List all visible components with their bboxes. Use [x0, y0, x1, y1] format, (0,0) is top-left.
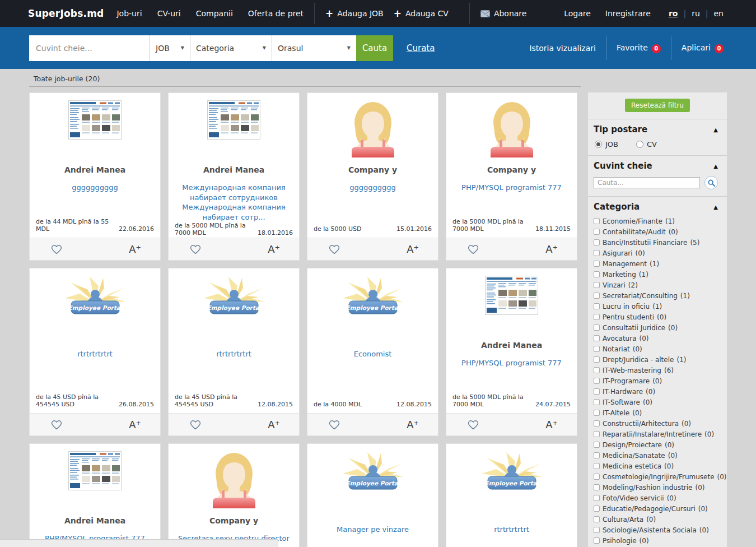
job-card[interactable]: Andrei Manea Международная компания наби…	[168, 92, 300, 261]
post-type-radio-option[interactable]: JOB	[595, 140, 618, 149]
category-checkbox[interactable]	[594, 442, 600, 448]
category-filter-item[interactable]: IT-Altele 0	[594, 407, 718, 418]
job-card-title-link[interactable]: rtrtrtrtrtrt	[77, 349, 113, 359]
category-filter-item[interactable]: Consultatii Juridice 0	[594, 322, 718, 333]
site-logo[interactable]: SuperJobs.md	[28, 8, 104, 19]
job-card-title-link[interactable]: Economist	[354, 349, 392, 359]
category-checkbox[interactable]	[594, 420, 600, 427]
category-filter-item[interactable]: Lucru in oficiu 1	[594, 301, 718, 312]
job-card-title-link[interactable]: gggggggggg	[349, 183, 396, 193]
collapse-arrow-icon[interactable]: ▲	[713, 163, 718, 169]
category-filter-item[interactable]: Foto/Video servicii 0	[594, 493, 718, 503]
category-filter-item[interactable]: IT-Web-mastering 6	[594, 365, 718, 376]
add-cv-button[interactable]: + Adauga CV	[394, 9, 449, 18]
apply-a-plus-icon[interactable]: A⁺	[407, 420, 419, 430]
collapse-arrow-icon[interactable]: ▲	[713, 204, 718, 210]
category-select[interactable]: Categoria ▼	[190, 35, 272, 61]
apply-a-plus-icon[interactable]: A⁺	[545, 420, 558, 430]
category-checkbox[interactable]	[594, 218, 600, 224]
job-card-title-link[interactable]: rtrtrtrtrtrt	[216, 349, 251, 359]
category-checkbox[interactable]	[594, 293, 600, 299]
category-checkbox[interactable]	[594, 474, 600, 480]
applications-link[interactable]: Aplicari0	[682, 43, 724, 53]
radio-icon[interactable]	[636, 141, 643, 148]
apply-a-plus-icon[interactable]: A⁺	[129, 420, 141, 430]
sidebar-search-button[interactable]	[704, 176, 718, 189]
favorite-heart-icon[interactable]	[329, 244, 340, 254]
nav-link[interactable]: Oferta de pret	[248, 9, 304, 18]
category-filter-item[interactable]: Drept/Juridica - altele 1	[594, 354, 718, 365]
category-checkbox[interactable]	[594, 516, 600, 522]
job-card-title-link[interactable]: PHP/MYSQL programist 777	[461, 358, 562, 368]
category-filter-item[interactable]: Vinzari 2	[594, 280, 718, 290]
favorites-link[interactable]: Favorite0	[617, 43, 661, 53]
reset-filters-button[interactable]: Resetează filtru	[625, 99, 690, 112]
language-link[interactable]: ru	[692, 9, 700, 18]
category-filter-item[interactable]: IT-Software 0	[594, 397, 718, 407]
category-checkbox[interactable]	[594, 367, 600, 373]
category-checkbox[interactable]	[594, 314, 600, 320]
category-checkbox[interactable]	[594, 463, 600, 469]
apply-a-plus-icon[interactable]: A⁺	[268, 420, 280, 430]
category-checkbox[interactable]	[594, 495, 600, 501]
category-filter-item[interactable]: IT-Hardware 0	[594, 386, 718, 397]
category-filter-item[interactable]: Management 1	[594, 258, 718, 269]
category-filter-item[interactable]: Cosmetologie/Ingrijire/Frumusete 0	[594, 471, 718, 482]
category-checkbox[interactable]	[594, 229, 600, 235]
language-link[interactable]: en	[714, 9, 724, 18]
job-card[interactable]: Employee Portal rtrtrtrtrtrt	[446, 443, 577, 547]
category-filter-item[interactable]: Avocatura 0	[594, 333, 718, 344]
category-checkbox[interactable]	[594, 378, 600, 384]
apply-a-plus-icon[interactable]: A⁺	[268, 244, 280, 254]
job-card[interactable]: Employee Portal Economist de la 4000 MDL…	[307, 268, 438, 436]
add-job-button[interactable]: + Adauga JOB	[325, 9, 384, 18]
job-card[interactable]: Company y Secretara sexy pentru director…	[168, 443, 300, 547]
category-filter-item[interactable]: Notariat 0	[594, 344, 718, 354]
category-checkbox[interactable]	[594, 452, 600, 458]
nav-link[interactable]: Job-uri	[116, 9, 142, 18]
login-link[interactable]: Logare	[564, 9, 591, 18]
sidebar-keyword-input[interactable]	[594, 177, 700, 188]
job-card[interactable]: Andrei Manea gggggggggg de la 44 MDL pîn…	[29, 92, 161, 261]
job-card-title-link[interactable]: rtrtrtrtrtrt	[494, 525, 529, 535]
subscribe-button[interactable]: Abonare	[480, 9, 527, 18]
category-checkbox[interactable]	[594, 303, 600, 309]
category-checkbox[interactable]	[594, 537, 600, 544]
category-checkbox[interactable]	[594, 356, 600, 363]
category-checkbox[interactable]	[594, 250, 600, 256]
category-filter-item[interactable]: Medicina/Sanatate 0	[594, 450, 718, 461]
category-checkbox[interactable]	[594, 261, 600, 267]
category-filter-item[interactable]: Economie/Finante 1	[594, 216, 718, 226]
job-card[interactable]: Company y gggggggggg de la 5000 USD 15.0…	[307, 92, 438, 261]
search-button[interactable]: Cauta	[356, 35, 393, 61]
radio-icon[interactable]	[595, 141, 602, 148]
category-filter-item[interactable]: Cultura/Arta 0	[594, 514, 718, 525]
job-card[interactable]: Employee Portal rtrtrtrtrtrt de la 45 US…	[168, 268, 300, 436]
favorite-heart-icon[interactable]	[468, 244, 479, 254]
apply-a-plus-icon[interactable]: A⁺	[129, 244, 141, 254]
post-type-radio-option[interactable]: CV	[636, 140, 657, 149]
category-checkbox[interactable]	[594, 410, 600, 416]
job-card[interactable]: Andrei Manea PHP/MYSQL programist 777 A⁺	[29, 443, 161, 547]
category-filter-item[interactable]: Reparatii/Instalare/Intretinere 0	[594, 429, 718, 439]
language-link-active[interactable]: ro	[669, 9, 678, 18]
category-filter-item[interactable]: Banci/Institutii Financiare 5	[594, 237, 718, 248]
category-checkbox[interactable]	[594, 431, 600, 437]
category-filter-item[interactable]: Asigurari 0	[594, 248, 718, 258]
category-checkbox[interactable]	[594, 282, 600, 288]
apply-a-plus-icon[interactable]: A⁺	[545, 244, 558, 254]
category-filter-item[interactable]: Psihologie 0	[594, 535, 718, 546]
favorite-heart-icon[interactable]	[190, 244, 201, 254]
category-filter-item[interactable]: Educatie/Pedagogie/Cursuri 0	[594, 503, 718, 514]
job-card[interactable]: Company y PHP/MYSQL programist 777 de la…	[446, 92, 577, 261]
keyword-search-input[interactable]	[29, 35, 150, 61]
category-filter-item[interactable]: Modeling/Fashion industrie 0	[594, 482, 718, 493]
category-filter-item[interactable]: Contabilitate/Audit 0	[594, 226, 718, 237]
favorite-heart-icon[interactable]	[329, 420, 340, 430]
city-select[interactable]: Orasul ▼	[272, 35, 356, 61]
category-checkbox[interactable]	[594, 239, 600, 245]
category-checkbox[interactable]	[594, 271, 600, 277]
job-card-title-link[interactable]: Международная компания набирает сотрудни…	[174, 183, 293, 222]
category-filter-item[interactable]: Constructii/Arhitectura 0	[594, 418, 718, 429]
apply-a-plus-icon[interactable]: A⁺	[407, 244, 419, 254]
